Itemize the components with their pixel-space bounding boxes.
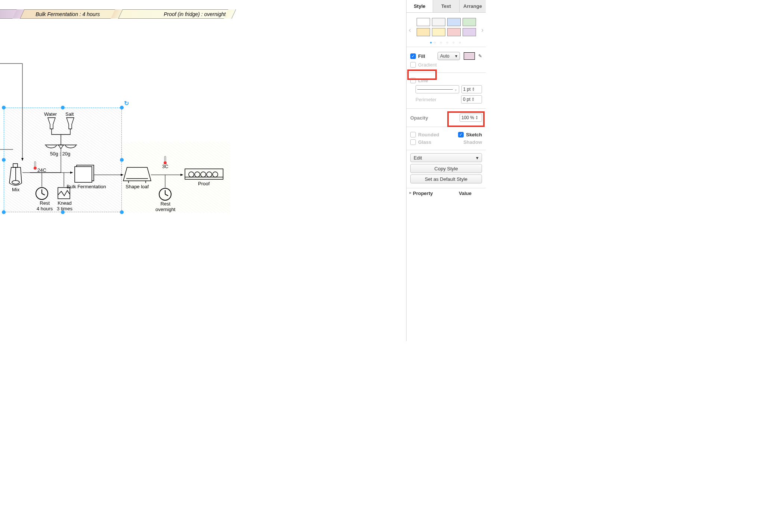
line-width-input[interactable]: 1 pt▲▼: [461, 85, 482, 93]
label-water: Water: [44, 111, 57, 117]
resize-handle[interactable]: [2, 210, 6, 214]
preset-swatch[interactable]: [432, 18, 445, 26]
label-mix: Mix: [12, 187, 19, 192]
fill-checkbox[interactable]: ✓: [410, 53, 416, 59]
rotate-handle[interactable]: ↻: [124, 100, 129, 107]
timeline-label: Bulk Fermentation : 4 hours: [35, 11, 100, 17]
timeline-seg-bulk: Bulk Fermentation : 4 hours: [19, 9, 117, 19]
eyedropper-icon[interactable]: ✎: [478, 53, 482, 59]
label-knead: Knead3 times: [57, 200, 72, 211]
perimeter-input[interactable]: 0 pt▲▼: [461, 95, 482, 103]
label-temp-3c: 3C: [162, 164, 169, 169]
disclosure-triangle-icon[interactable]: ▸: [410, 191, 411, 196]
value-column-header: Value: [459, 191, 472, 196]
tab-style[interactable]: Style: [407, 0, 433, 12]
label-salt: Salt: [65, 111, 74, 117]
label-ratio: 50g : 20g: [50, 151, 70, 157]
format-panel: Style Text Arrange ‹ › ●○ ○ ○ ○ ○ ✓ Fil: [406, 0, 486, 341]
preset-swatch[interactable]: [417, 18, 430, 26]
line-label: Line: [418, 78, 428, 83]
preset-swatch[interactable]: [432, 28, 445, 36]
gradient-label: Gradient: [418, 62, 437, 68]
set-default-style-button[interactable]: Set as Default Style: [410, 174, 482, 183]
line-style-select[interactable]: ⌄: [415, 85, 459, 93]
label-temp-24c: 24C: [37, 167, 46, 173]
edit-style-select[interactable]: Edit▾: [410, 153, 482, 162]
preset-swatch[interactable]: [447, 18, 461, 26]
shadow-label: Shadow: [463, 139, 482, 145]
timeline-seg-proof: Proof (in fridge) : overnight: [117, 9, 230, 19]
timeline: Bulk Fermentation : 4 hours Proof (in fr…: [0, 9, 230, 19]
presets-next-icon[interactable]: ›: [481, 26, 483, 34]
tab-arrange[interactable]: Arrange: [460, 0, 486, 12]
label-rest-4h: Rest4 hours: [37, 200, 53, 211]
presets-pager[interactable]: ●○ ○ ○ ○ ○: [410, 40, 483, 44]
fill-label: Fill: [418, 53, 425, 59]
glass-label: Glass: [418, 139, 431, 145]
resize-handle[interactable]: [120, 106, 124, 109]
proof-zone: [122, 142, 230, 213]
line-checkbox[interactable]: [410, 78, 416, 83]
label-shape-loaf: Shape loaf: [126, 184, 149, 189]
rounded-checkbox[interactable]: [410, 132, 416, 137]
timeline-label: Proof (in fridge) : overnight: [164, 11, 226, 17]
resize-handle[interactable]: [120, 210, 124, 214]
glass-checkbox[interactable]: [410, 139, 416, 145]
presets-prev-icon[interactable]: ‹: [409, 26, 411, 34]
label-rest-overnight: Restovernight: [155, 201, 175, 212]
preset-swatch[interactable]: [463, 18, 476, 26]
resize-handle[interactable]: [2, 158, 6, 162]
label-proof: Proof: [198, 181, 210, 186]
copy-style-button[interactable]: Copy Style: [410, 164, 482, 173]
opacity-label: Opacity: [410, 115, 428, 121]
preset-swatch[interactable]: [463, 28, 476, 36]
resize-handle[interactable]: [2, 106, 6, 109]
selection-box[interactable]: [4, 108, 122, 212]
panel-tabs: Style Text Arrange: [407, 0, 486, 13]
tab-text[interactable]: Text: [433, 0, 460, 12]
resize-handle[interactable]: [120, 158, 124, 162]
fill-mode-select[interactable]: Auto▾: [438, 52, 460, 60]
rounded-label: Rounded: [418, 132, 439, 137]
preset-swatch[interactable]: [447, 28, 461, 36]
perimeter-label: Perimeter: [415, 97, 436, 102]
sketch-checkbox[interactable]: ✓: [458, 132, 464, 137]
timeline-seg-prev: [0, 9, 19, 19]
sketch-label: Sketch: [466, 132, 482, 137]
fill-color-swatch[interactable]: [464, 52, 475, 60]
gradient-checkbox[interactable]: [410, 62, 416, 68]
label-bulk-fermentation: Bulk Fermentation: [66, 184, 107, 189]
properties-header[interactable]: ▸ Property Value: [407, 188, 486, 198]
opacity-input[interactable]: 100 %▲▼: [460, 114, 482, 122]
resize-handle[interactable]: [61, 106, 65, 109]
canvas[interactable]: Bulk Fermentation : 4 hours Proof (in fr…: [0, 0, 230, 341]
preset-swatch[interactable]: [417, 28, 430, 36]
style-presets: ‹ › ●○ ○ ○ ○ ○: [407, 13, 486, 47]
property-column-header: Property: [413, 191, 433, 196]
